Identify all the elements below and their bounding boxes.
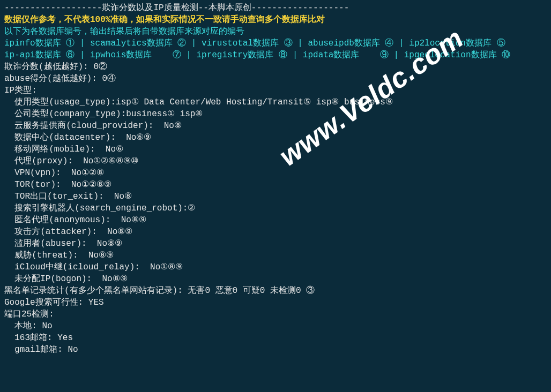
port25-local: 本地: No: [4, 320, 547, 332]
blacklist-stats: 黑名单记录统计(有多少个黑名单网站有记录): 无害0 恶意0 可疑0 未检测0 …: [4, 285, 547, 297]
attacker: 攻击方(attacker): No⑧⑨: [4, 226, 547, 238]
fraud-score: 欺诈分数(越低越好): 0②: [4, 61, 547, 73]
ip-type-header: IP类型:: [4, 85, 547, 96]
port25-163: 163邮箱: Yes: [4, 332, 547, 344]
icloud-relay: iCloud中继(icloud_relay): No①⑧⑨: [4, 261, 547, 273]
db-list-1: ipinfo数据库 ① | scamalytics数据库 ② | virusto…: [4, 37, 547, 49]
tor-exit: TOR出口(tor_exit): No⑧: [4, 191, 547, 202]
cloud-provider: 云服务提供商(cloud_provider): No⑧: [4, 120, 547, 132]
google-search: Google搜索可行性: YES: [4, 297, 547, 308]
port25-gmail: gmail邮箱: No: [4, 344, 547, 356]
threat: 威胁(threat): No⑧⑨: [4, 250, 547, 261]
usage-type: 使用类型(usage_type):isp① Data Center/Web Ho…: [4, 96, 547, 108]
anonymous: 匿名代理(anonymous): No⑧⑨: [4, 214, 547, 226]
tor: TOR(tor): No①②⑧⑨: [4, 179, 547, 191]
abuser: 滥用者(abuser): No⑧⑨: [4, 238, 547, 250]
company-type: 公司类型(company_type):business① isp⑧: [4, 108, 547, 120]
warning-text: 数据仅作参考，不代表100%准确，如果和实际情况不一致请手动查询多个数据库比对: [4, 14, 547, 26]
proxy: 代理(proxy): No①②⑥⑧⑨⑩: [4, 155, 547, 167]
db-note: 以下为各数据库编号，输出结果后将自带数据库来源对应的编号: [4, 26, 547, 37]
mobile: 移动网络(mobile): No⑥: [4, 144, 547, 155]
search-robot: 搜索引擎机器人(search_engine_robot):②: [4, 202, 547, 214]
abuse-score: abuse得分(越低越好): 0④: [4, 73, 547, 85]
db-list-2: ip-api数据库 ⑥ | ipwhois数据库 ⑦ | ipregistry数…: [4, 49, 547, 61]
header-divider: -------------------欺诈分数以及IP质量检测--本脚本原创--…: [4, 2, 547, 14]
port25-header: 端口25检测:: [4, 308, 547, 320]
vpn: VPN(vpn): No①②⑧: [4, 167, 547, 179]
bogon: 未分配IP(bogon): No⑧⑨: [4, 273, 547, 285]
datacenter: 数据中心(datacenter): No⑥⑨: [4, 132, 547, 144]
